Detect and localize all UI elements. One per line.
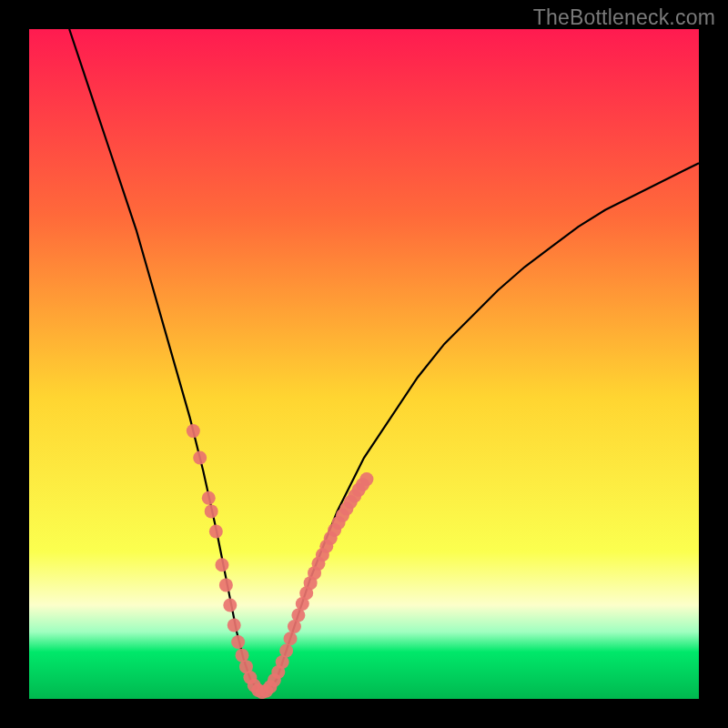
- watermark-text: TheBottleneck.com: [533, 5, 715, 30]
- gradient-background: [29, 29, 699, 699]
- data-marker: [215, 558, 228, 571]
- data-marker: [284, 632, 298, 645]
- chart-plot: [29, 29, 699, 699]
- data-marker: [202, 491, 216, 505]
- data-marker: [359, 472, 373, 486]
- data-marker: [205, 504, 218, 518]
- data-marker: [228, 619, 241, 632]
- data-marker: [193, 451, 207, 465]
- data-marker: [219, 578, 233, 592]
- data-marker: [187, 424, 200, 438]
- data-marker: [231, 635, 245, 649]
- data-marker: [223, 598, 237, 612]
- data-marker: [209, 525, 223, 539]
- data-marker: [279, 644, 293, 658]
- chart-frame: TheBottleneck.com: [0, 0, 728, 728]
